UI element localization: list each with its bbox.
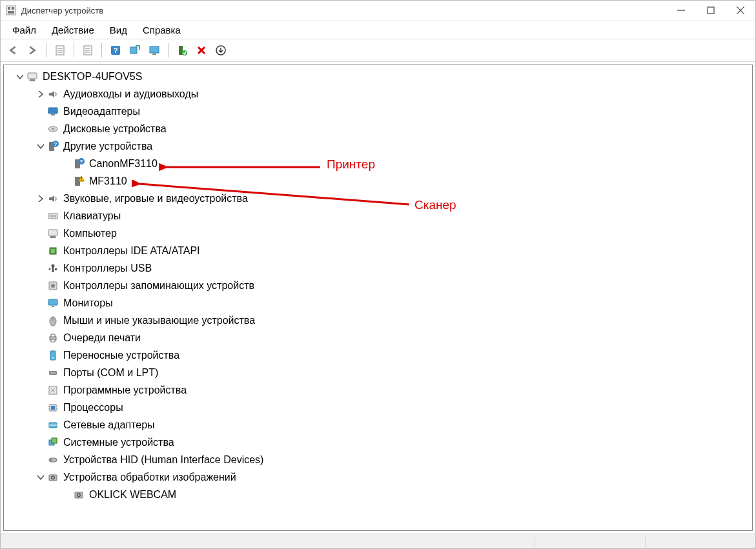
- tree-item-label: Мыши и иные указывающие устройства: [63, 315, 255, 326]
- help-button[interactable]: [107, 42, 124, 59]
- computer-icon: [26, 70, 39, 83]
- menu-view[interactable]: Вид: [102, 21, 135, 39]
- window-title: Диспетчер устройств: [21, 6, 666, 15]
- close-button[interactable]: [726, 1, 755, 20]
- mouse-icon: [46, 314, 59, 327]
- tree-print-queues[interactable]: Очереди печати: [4, 329, 752, 346]
- tree-monitors[interactable]: Мониторы: [4, 294, 752, 312]
- statusbar: [1, 534, 755, 548]
- tree-item-label: MF3110: [89, 175, 127, 187]
- enable-device-button[interactable]: [174, 42, 190, 59]
- computer-icon: [46, 227, 59, 240]
- tree-software-devices[interactable]: Программные устройства: [4, 381, 752, 399]
- warning-device-icon: [72, 175, 85, 188]
- tree-item-label: Контроллеры USB: [63, 263, 152, 274]
- menubar: Файл Действие Вид Справка: [1, 21, 755, 39]
- titlebar: Диспетчер устройств: [1, 1, 755, 21]
- tree-item-label: Устройства обработки изображений: [63, 472, 236, 483]
- tree-item-label: CanonMF3110: [89, 158, 158, 170]
- tree-item-label: Процессоры: [63, 402, 123, 414]
- tree-item-label: Устройства HID (Human Interface Devices): [63, 454, 263, 466]
- tree-network-adapters[interactable]: Сетевые адаптеры: [4, 416, 752, 434]
- tree-imaging-devices[interactable]: Устройства обработки изображений: [4, 468, 752, 486]
- tree-item-label: Порты (COM и LPT): [63, 367, 158, 379]
- tree-oklick-webcam[interactable]: OKLICK WEBCAM: [4, 486, 752, 503]
- uninstall-device-button[interactable]: [193, 42, 210, 59]
- unknown-device-icon: [72, 157, 85, 170]
- display-icon: [46, 105, 59, 118]
- chevron-down-icon[interactable]: [36, 473, 45, 482]
- show-hidden-button[interactable]: [52, 42, 68, 59]
- tree-canon-mf3110[interactable]: CanonMF3110: [4, 155, 752, 172]
- tree-item-label: Мониторы: [63, 297, 113, 309]
- tree-item-label: Системные устройства: [63, 437, 174, 448]
- tree-display-adapters[interactable]: Видеоадаптеры: [4, 103, 752, 120]
- toolbar: [1, 39, 755, 62]
- maximize-button[interactable]: [696, 1, 726, 20]
- menu-help[interactable]: Справка: [135, 21, 189, 39]
- camera-icon: [46, 471, 59, 484]
- scan-hardware-button[interactable]: [127, 42, 143, 59]
- tree-storage-controllers[interactable]: Контроллеры запоминающих устройств: [4, 277, 752, 294]
- tree-audio-io[interactable]: Аудиовходы и аудиовыходы: [4, 85, 752, 103]
- tree-item-label: Сетевые адаптеры: [63, 419, 155, 431]
- port-icon: [46, 366, 59, 379]
- tree-item-label: Видеоадаптеры: [63, 106, 140, 117]
- chevron-down-icon[interactable]: [36, 142, 45, 151]
- app-icon: [6, 5, 16, 15]
- tree-keyboards[interactable]: Клавиатуры: [4, 207, 752, 225]
- tree-mf3110[interactable]: MF3110: [4, 172, 752, 190]
- tree-system-devices[interactable]: Системные устройства: [4, 434, 752, 451]
- tree-item-label: Звуковые, игровые и видеоустройства: [63, 193, 248, 205]
- chip-icon: [46, 245, 59, 257]
- tree-other-devices[interactable]: Другие устройства: [4, 137, 752, 155]
- tree-item-label: Другие устройства: [63, 141, 152, 152]
- tree-hid[interactable]: Устройства HID (Human Interface Devices): [4, 451, 752, 468]
- scan-button[interactable]: [212, 42, 229, 59]
- tree-item-label: Клавиатуры: [63, 210, 121, 222]
- tree-processors[interactable]: Процессоры: [4, 399, 752, 416]
- tree-root-label: DESKTOP-4UFOV5S: [43, 71, 142, 83]
- speaker-icon: [46, 192, 59, 205]
- tree-item-label: Контроллеры запоминающих устройств: [63, 280, 254, 292]
- tree-root[interactable]: DESKTOP-4UFOV5S: [4, 68, 752, 85]
- tree-item-label: Дисковые устройства: [63, 123, 167, 135]
- back-button[interactable]: [5, 42, 21, 59]
- tree-item-label: Программные устройства: [63, 384, 187, 396]
- forward-button[interactable]: [24, 42, 41, 59]
- tree-usb-controllers[interactable]: Контроллеры USB: [4, 259, 752, 277]
- printer-icon: [46, 332, 59, 344]
- properties-button[interactable]: [79, 42, 96, 59]
- minimize-button[interactable]: [666, 1, 696, 20]
- device-tree[interactable]: DESKTOP-4UFOV5S Аудиовходы и аудиовыходы…: [3, 65, 753, 531]
- tree-portable-devices[interactable]: Переносные устройства: [4, 346, 752, 364]
- menu-file[interactable]: Файл: [5, 21, 44, 39]
- chevron-right-icon[interactable]: [36, 90, 45, 99]
- tree-computer[interactable]: Компьютер: [4, 225, 752, 242]
- tree-item-label: Очереди печати: [63, 332, 141, 344]
- menu-action[interactable]: Действие: [44, 21, 102, 39]
- camera-icon: [72, 488, 85, 501]
- disk-icon: [46, 123, 59, 135]
- chevron-down-icon[interactable]: [15, 72, 25, 81]
- keyboard-icon: [46, 210, 59, 223]
- tree-ports[interactable]: Порты (COM и LPT): [4, 364, 752, 381]
- tree-mice[interactable]: Мыши и иные указывающие устройства: [4, 312, 752, 329]
- system-device-icon: [46, 436, 59, 449]
- unknown-device-icon: [46, 140, 59, 153]
- tree-item-label: Контроллеры IDE ATA/ATAPI: [63, 245, 200, 257]
- hid-icon: [46, 454, 59, 466]
- storage-icon: [46, 279, 59, 292]
- cpu-icon: [46, 401, 59, 414]
- update-display-button[interactable]: [146, 42, 163, 59]
- network-icon: [46, 419, 59, 432]
- tree-sound-game-video[interactable]: Звуковые, игровые и видеоустройства: [4, 190, 752, 207]
- chevron-right-icon[interactable]: [36, 194, 45, 203]
- portable-device-icon: [46, 349, 59, 362]
- tree-disk-drives[interactable]: Дисковые устройства: [4, 120, 752, 137]
- tree-item-label: Переносные устройства: [63, 350, 179, 361]
- usb-icon: [46, 262, 59, 275]
- tree-item-label: Компьютер: [63, 228, 117, 239]
- software-device-icon: [46, 384, 59, 397]
- tree-ide-ata[interactable]: Контроллеры IDE ATA/ATAPI: [4, 242, 752, 259]
